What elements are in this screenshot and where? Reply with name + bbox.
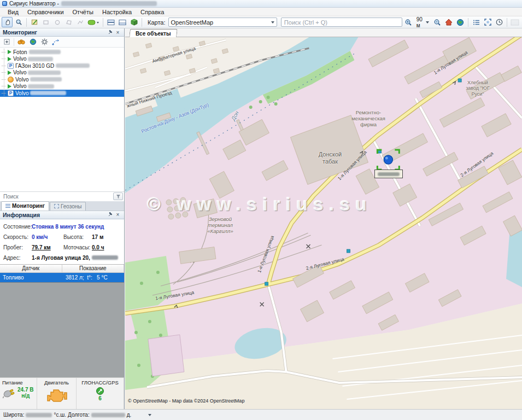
zoom-in-button[interactable]	[403, 17, 414, 27]
filter-button[interactable]	[113, 192, 123, 200]
toolbar-separator	[468, 18, 468, 27]
tree-search-row[interactable]: Поиск	[0, 191, 124, 201]
mileage-value[interactable]: 79.7 км	[32, 244, 63, 250]
vehicle-row[interactable]: Volvo	[0, 56, 124, 63]
show-on-map-icon[interactable]	[28, 38, 37, 46]
altitude-value: 17 м	[92, 234, 121, 240]
status-moving-icon	[8, 50, 11, 54]
satellite-globe-icon	[96, 387, 104, 395]
engine-label: Двигатель	[44, 380, 69, 386]
geozone-polygon-button[interactable]	[63, 17, 74, 27]
poi-label-donskoy-tabak: Донской табак	[308, 151, 352, 165]
map-attribution: © OpenStreetMap - Map data ©2024 OpenStr…	[128, 398, 244, 404]
home-icon	[445, 19, 453, 26]
monitoring-toolbar	[0, 37, 124, 48]
menu-settings[interactable]: Настройка	[98, 8, 136, 16]
app-window: Сириус Навигатор - Вид Справочники Отчёт…	[0, 0, 522, 420]
poi-label-khlebny-zavod: Хлебный завод "ЮГ Руси"	[456, 80, 500, 97]
track-player-button[interactable]	[86, 17, 101, 27]
menu-help[interactable]: Справка	[136, 8, 168, 16]
main-toolbar: Карта: OpenStreetMap 90 м	[0, 16, 522, 28]
hours-value[interactable]: 0.0 ч	[92, 244, 121, 250]
geozone-circle-button[interactable]	[52, 17, 63, 27]
edit-map-button[interactable]	[29, 17, 40, 27]
tree-guide	[4, 49, 4, 96]
vehicle-name: ГАЗон 3010 GD	[15, 63, 54, 69]
vehicle-name: Volvo	[13, 83, 26, 89]
vehicle-row[interactable]: Foton	[0, 49, 124, 56]
tab-geozones[interactable]: Геозоны	[50, 202, 86, 211]
chevron-down-icon	[271, 21, 274, 24]
expand-all-button[interactable]	[2, 38, 11, 46]
value-col-header: Показание	[62, 265, 125, 272]
vehicle-name: Foton	[13, 49, 27, 55]
status-bar: Широта: °с.ш. Долгота: д.	[0, 409, 522, 420]
zoom-tool-button[interactable]	[13, 17, 24, 27]
geozones-tab-icon	[54, 204, 59, 208]
vehicle-name: Volvo	[13, 56, 26, 62]
map-select[interactable]: OpenStreetMap	[168, 18, 277, 27]
vehicle-row[interactable]: Volvo	[0, 83, 124, 90]
globe-view-button[interactable]	[455, 17, 466, 27]
tab-geozones-label: Геозоны	[61, 203, 82, 209]
zoom-out-button[interactable]	[432, 17, 443, 27]
map-tab-label: Все объекты	[136, 31, 171, 37]
track-route-icon[interactable]	[51, 38, 60, 46]
sensor-table-header: Датчик Показание	[0, 265, 124, 273]
close-icon[interactable]: ×	[114, 29, 121, 36]
home-view-button[interactable]	[443, 17, 454, 27]
sensor-row-fuel[interactable]: Топливо 3812 л; t°: 5 °C	[0, 273, 124, 282]
vehicle-row[interactable]: Volvo	[0, 76, 124, 83]
latitude-suffix: °с.ш.	[54, 412, 66, 418]
extra-button-disabled[interactable]	[509, 17, 520, 27]
objects-box-button[interactable]	[128, 17, 139, 27]
panels-layout-button[interactable]	[105, 17, 116, 27]
menu-reports[interactable]: Отчёты	[68, 8, 98, 16]
geozone-rect-button[interactable]	[40, 17, 51, 27]
map-canvas[interactable]: Донской табак Ремонтно- механическая фир…	[125, 37, 522, 409]
fit-objects-button[interactable]	[482, 17, 493, 27]
info-panel-body: Состояние: Стоянка 8 минут 36 секунд Ско…	[0, 219, 124, 264]
zoom-scale-select[interactable]: 90 м	[414, 18, 431, 27]
binoculars-icon[interactable]	[17, 38, 26, 46]
gear-icon[interactable]	[40, 38, 49, 46]
mileage-label: Пробег:	[3, 244, 32, 250]
geozone-line-button[interactable]	[75, 17, 86, 27]
coords-format-dropdown[interactable]	[148, 414, 151, 416]
map-watermark: © www.sirius.su	[147, 194, 372, 215]
map-tab-all-objects[interactable]: Все объекты	[129, 29, 177, 37]
toolbar-separator	[142, 18, 142, 27]
sensor-table: Датчик Показание Топливо 3812 л; t°: 5 °…	[0, 264, 124, 282]
pin-icon[interactable]	[107, 29, 114, 36]
fit-frame-icon	[484, 19, 491, 26]
vehicle-name: Volvo	[15, 77, 28, 83]
power-voltage: 24.7 В	[17, 387, 33, 393]
poi-label-zernovoy-terminal: Зерновой терминал «Каргилл»	[195, 217, 245, 235]
menu-view[interactable]: Вид	[3, 8, 23, 16]
chevron-down-icon	[426, 21, 429, 24]
sidebar: Мониторинг ×	[0, 28, 125, 409]
menu-directories[interactable]: Справочники	[23, 8, 68, 16]
menu-bar: Вид Справочники Отчёты Настройка Справка	[0, 8, 522, 16]
vehicle-row[interactable]: Volvo	[0, 69, 124, 77]
panel-bottom-button[interactable]	[117, 17, 128, 27]
close-icon[interactable]: ×	[114, 211, 121, 218]
polygon-icon	[66, 19, 72, 26]
altitude-label: Высота:	[63, 234, 92, 240]
search-input[interactable]	[281, 18, 402, 27]
vehicle-row-selected[interactable]: P Volvo	[0, 90, 124, 97]
sensor-value: 3812 л; t°: 5 °C	[61, 275, 124, 281]
toolbar-separator	[103, 18, 103, 27]
gps-satellites: 6	[98, 395, 102, 401]
state-label: Состояние:	[3, 224, 32, 230]
vehicle-marker-label[interactable]	[374, 170, 403, 178]
pin-icon[interactable]	[107, 211, 114, 218]
pan-tool-button[interactable]	[2, 17, 13, 27]
vehicle-row[interactable]: P ГАЗон 3010 GD	[0, 62, 124, 69]
speed-label: Скорость:	[3, 234, 32, 240]
time-button[interactable]	[494, 17, 505, 27]
object-list-button[interactable]	[471, 17, 482, 27]
tab-monitoring[interactable]: Мониторинг	[1, 201, 49, 211]
track-pill-icon	[87, 19, 99, 26]
info-panel-header: Информация ×	[0, 211, 124, 219]
